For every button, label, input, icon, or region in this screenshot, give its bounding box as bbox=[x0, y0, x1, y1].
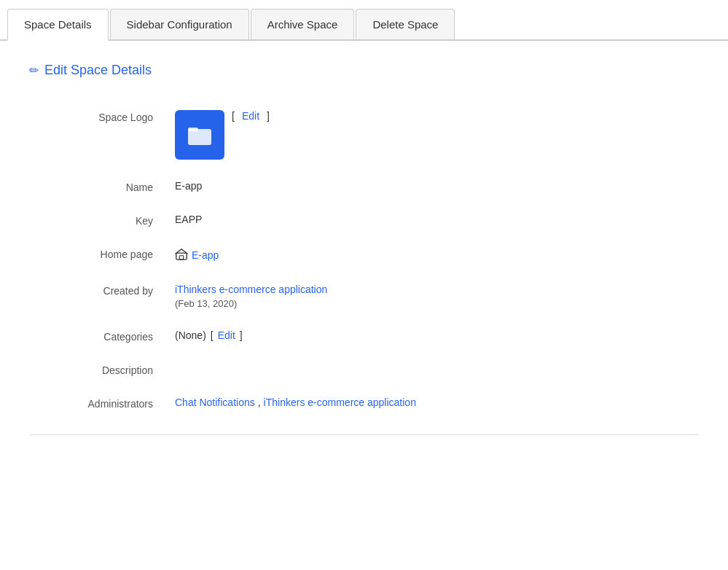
administrators-value: Chat Notifications, iThinkers e-commerce… bbox=[175, 397, 627, 408]
name-label: Name bbox=[44, 180, 175, 193]
tab-delete-space[interactable]: Delete Space bbox=[356, 9, 455, 39]
categories-edit-link[interactable]: Edit bbox=[218, 329, 235, 341]
admin-links: Chat Notifications, iThinkers e-commerce… bbox=[175, 397, 416, 408]
content-area: ✏ Edit Space Details Space Logo [Edit] bbox=[0, 41, 728, 457]
created-by-wrapper: iThinkers e-commerce application (Feb 13… bbox=[175, 284, 327, 309]
home-svg-icon bbox=[175, 247, 188, 260]
admin-link-chat-notifications[interactable]: Chat Notifications bbox=[175, 397, 255, 408]
pencil-icon: ✏ bbox=[29, 63, 39, 77]
svg-rect-3 bbox=[179, 256, 183, 259]
tab-sidebar-configuration[interactable]: Sidebar Configuration bbox=[110, 9, 249, 39]
key-label: Key bbox=[44, 214, 175, 227]
home-page-value: E-app bbox=[175, 247, 627, 263]
svg-rect-1 bbox=[188, 128, 198, 131]
tab-space-details[interactable]: Space Details bbox=[7, 9, 109, 41]
categories-row: Categories (None) [Edit] bbox=[44, 319, 627, 353]
categories-edit-bracket-open: [ bbox=[211, 329, 214, 341]
home-page-link-text: E-app bbox=[192, 249, 219, 261]
administrators-label: Administrators bbox=[44, 397, 175, 410]
page-wrapper: Space Details Sidebar Configuration Arch… bbox=[0, 7, 728, 457]
description-row: Description bbox=[44, 353, 627, 386]
description-label: Description bbox=[44, 363, 175, 376]
space-logo-label: Space Logo bbox=[44, 110, 175, 123]
key-value: EAPP bbox=[175, 214, 627, 225]
edit-heading[interactable]: ✏ Edit Space Details bbox=[29, 63, 699, 78]
space-logo-box bbox=[175, 110, 224, 160]
space-logo-value: [Edit] bbox=[175, 110, 627, 160]
edit-space-details-heading: Edit Space Details bbox=[44, 63, 152, 78]
home-page-row: Home page E-app bbox=[44, 237, 627, 273]
home-page-label: Home page bbox=[44, 247, 175, 260]
space-logo-edit-link[interactable]: Edit bbox=[242, 110, 259, 122]
svg-rect-0 bbox=[188, 129, 211, 145]
name-row: Name E-app bbox=[44, 170, 627, 203]
space-logo-edit-bracket-close: ] bbox=[267, 110, 270, 122]
tabs-bar: Space Details Sidebar Configuration Arch… bbox=[0, 7, 728, 41]
categories-value-inner: (None) [Edit] bbox=[175, 329, 243, 341]
name-text: E-app bbox=[175, 180, 202, 192]
created-by-row: Created by iThinkers e-commerce applicat… bbox=[44, 273, 627, 319]
admin-separator: , bbox=[258, 397, 261, 408]
folder-icon bbox=[187, 122, 213, 148]
space-logo-edit-bracket-open: [ bbox=[232, 110, 235, 122]
name-value: E-app bbox=[175, 180, 627, 192]
tab-archive-space[interactable]: Archive Space bbox=[251, 9, 355, 39]
key-row: Key EAPP bbox=[44, 203, 627, 237]
created-date: (Feb 13, 2020) bbox=[175, 298, 327, 309]
details-table: Space Logo [Edit] Name E-app bbox=[44, 100, 627, 420]
administrators-row: Administrators Chat Notifications, iThin… bbox=[44, 386, 627, 420]
home-page-icon bbox=[175, 247, 188, 263]
created-by-label: Created by bbox=[44, 284, 175, 297]
categories-value: (None) [Edit] bbox=[175, 329, 627, 341]
creator-link[interactable]: iThinkers e-commerce application bbox=[175, 284, 327, 295]
svg-rect-2 bbox=[176, 253, 187, 259]
key-text: EAPP bbox=[175, 214, 202, 225]
categories-label: Categories bbox=[44, 329, 175, 343]
bottom-border bbox=[29, 434, 699, 435]
categories-none-text: (None) bbox=[175, 329, 206, 341]
home-page-link[interactable]: E-app bbox=[175, 247, 219, 263]
created-by-value: iThinkers e-commerce application (Feb 13… bbox=[175, 284, 627, 309]
categories-edit-bracket-close: ] bbox=[240, 329, 243, 341]
space-logo-row: Space Logo [Edit] bbox=[44, 100, 627, 170]
admin-link-ithinkers[interactable]: iThinkers e-commerce application bbox=[264, 397, 416, 408]
